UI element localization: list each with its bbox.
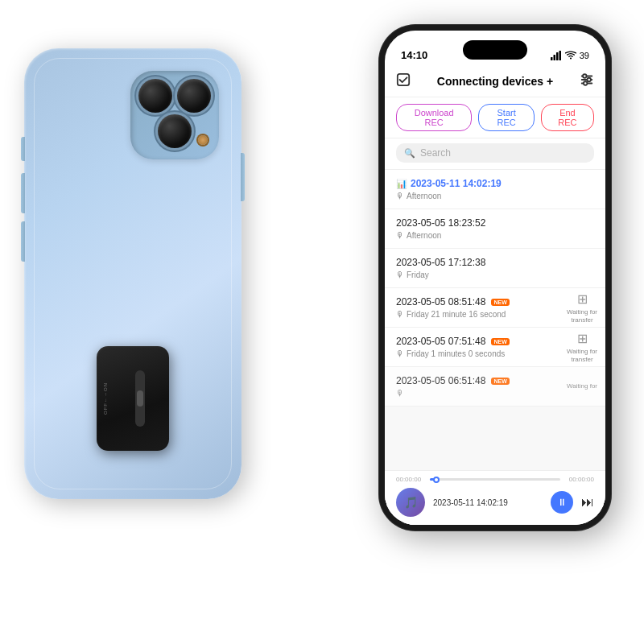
transfer-text-5: Waiting fortransfer [567, 348, 597, 363]
recording-subtitle-3: 🎙 Friday [396, 270, 594, 279]
transfer-icon-5: ⊞ [577, 331, 588, 346]
camera-lens-3 [158, 114, 192, 148]
svg-point-9 [587, 78, 591, 82]
playback-bar: 00:00:00 00:00:00 🎵 2023-05-11 14:02:19 … [385, 470, 605, 525]
svg-point-8 [583, 74, 587, 78]
progress-start-time: 00:00:00 [396, 476, 425, 483]
search-bar: 🔍 Search [385, 138, 605, 170]
camera-lens-2 [177, 79, 211, 113]
svg-rect-2 [556, 52, 559, 60]
recording-title-5: 2023-05-05 07:51:48 NEW [396, 336, 594, 347]
battery-level: 39 [580, 51, 589, 60]
new-badge-4: NEW [491, 299, 509, 306]
search-icon: 🔍 [404, 148, 415, 159]
slider-label: OFF←→ON [103, 382, 108, 415]
playback-avatar: 🎵 [396, 488, 425, 517]
volume-down-button [21, 221, 25, 262]
transfer-badge-4: ⊞ Waiting fortransfer [567, 291, 597, 324]
progress-track[interactable] [430, 478, 560, 481]
recording-subtitle-4: 🎙 Friday 21 minute 16 second [396, 310, 594, 319]
app-header: Connecting devices + [385, 66, 605, 97]
recording-subtitle-5: 🎙 Friday 1 minutes 0 seconds [396, 349, 594, 358]
signal-icon [551, 50, 562, 61]
status-icons: 39 [551, 50, 589, 61]
end-rec-button[interactable]: End REC [541, 104, 594, 131]
new-badge-5: NEW [491, 338, 509, 345]
recording-item-4[interactable]: 2023-05-05 08:51:48 NEW 🎙 Friday 21 minu… [385, 288, 605, 328]
progress-thumb [433, 477, 440, 483]
search-placeholder: Search [420, 147, 451, 159]
iphone-back-device: OFF←→ON [24, 48, 242, 499]
progress-end-time: 00:00:00 [565, 476, 594, 483]
recording-item-6[interactable]: 2023-05-05 06:51:48 NEW 🎙 Waiting for [385, 367, 605, 407]
header-checkbox-icon[interactable] [396, 72, 411, 90]
recording-item-1[interactable]: 📊 2023-05-11 14:02:19 🎙 Afternoon [385, 170, 605, 209]
power-slider [135, 370, 145, 427]
recording-title-6: 2023-05-05 06:51:48 NEW [396, 375, 594, 386]
power-button [241, 153, 245, 201]
pause-button[interactable]: ⏸ [551, 491, 573, 514]
recording-list: 📊 2023-05-11 14:02:19 🎙 Afternoon 2023-0… [385, 170, 605, 468]
playback-title: 2023-05-11 14:02:19 [433, 498, 543, 507]
volume-up-button [21, 173, 25, 213]
attached-recorder-device: OFF←→ON [97, 346, 169, 451]
camera-bump [130, 71, 219, 159]
wifi-icon [565, 50, 576, 61]
recording-subtitle-1: 🎙 Afternoon [396, 192, 594, 200]
recording-item-2[interactable]: 2023-05-05 18:23:52 🎙 Afternoon [385, 209, 605, 249]
transfer-text-4: Waiting fortransfer [567, 308, 597, 324]
recording-item-5[interactable]: 2023-05-05 07:51:48 NEW 🎙 Friday 1 minut… [385, 328, 605, 367]
settings-sliders-icon[interactable] [580, 72, 594, 90]
transfer-icon-4: ⊞ [577, 291, 588, 307]
dynamic-island [463, 40, 527, 60]
waveform-icon: 📊 [396, 179, 407, 189]
recording-subtitle-6: 🎙 [396, 389, 594, 398]
svg-rect-3 [559, 51, 561, 60]
playback-controls: 🎵 2023-05-11 14:02:19 ⏸ ⏭ [385, 485, 605, 525]
silent-switch [21, 137, 25, 161]
transfer-badge-6: Waiting for [567, 382, 597, 390]
mic-icon-3: 🎙 [396, 270, 404, 279]
progress-row: 00:00:00 00:00:00 [385, 471, 605, 485]
svg-point-10 [584, 81, 588, 85]
status-time: 14:10 [401, 49, 427, 61]
search-input-wrap[interactable]: 🔍 Search [396, 143, 594, 163]
camera-flash [198, 135, 208, 145]
mic-icon-6: 🎙 [396, 389, 404, 398]
camera-lens-1 [138, 79, 172, 113]
recording-title-2: 2023-05-05 18:23:52 [396, 217, 594, 229]
recording-title-4: 2023-05-05 08:51:48 NEW [396, 296, 594, 308]
skip-forward-button[interactable]: ⏭ [581, 495, 594, 510]
iphone-screen: 14:10 39 [385, 31, 605, 525]
svg-rect-1 [553, 55, 555, 60]
mic-icon-2: 🎙 [396, 231, 404, 240]
recording-subtitle-2: 🎙 Afternoon [396, 231, 594, 240]
download-rec-button[interactable]: Download REC [396, 104, 472, 131]
new-badge-6: NEW [491, 378, 509, 385]
recording-title-3: 2023-05-05 17:12:38 [396, 257, 594, 268]
svg-rect-0 [551, 57, 553, 60]
mic-icon-4: 🎙 [396, 310, 404, 319]
iphone-screen-frame: 14:10 39 [378, 24, 612, 531]
app-content: Connecting devices + Download REC Start … [385, 66, 605, 525]
transfer-badge-5: ⊞ Waiting fortransfer [567, 331, 597, 363]
start-rec-button[interactable]: Start REC [478, 104, 535, 131]
recording-item-3[interactable]: 2023-05-05 17:12:38 🎙 Friday [385, 249, 605, 288]
mic-icon-1: 🎙 [396, 192, 404, 200]
header-title: Connecting devices + [411, 75, 580, 88]
transfer-text-6: Waiting for [567, 382, 597, 390]
action-buttons-row: Download REC Start REC End REC [385, 97, 605, 138]
recording-title-1: 📊 2023-05-11 14:02:19 [396, 178, 594, 189]
mic-icon-5: 🎙 [396, 349, 404, 358]
